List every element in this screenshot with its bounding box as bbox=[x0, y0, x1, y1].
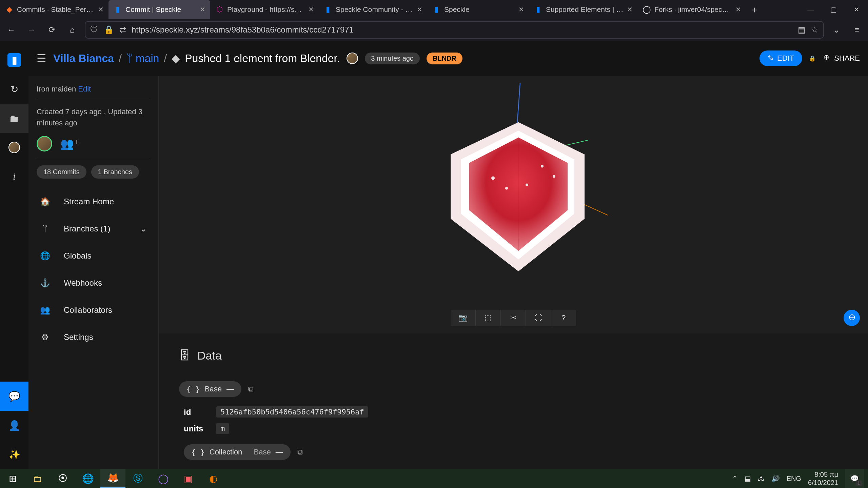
browser-tab[interactable]: ▮Speckle✕ bbox=[427, 0, 529, 19]
commits-chip[interactable]: 18 Commits bbox=[37, 165, 86, 179]
nav-stream-home[interactable]: 🏠Stream Home bbox=[37, 188, 150, 215]
section-button[interactable]: ✂ bbox=[501, 310, 526, 326]
close-window-button[interactable]: ✕ bbox=[845, 5, 868, 14]
breadcrumb-branch[interactable]: ᛘmain bbox=[126, 52, 159, 65]
collection-pill[interactable]: { }Collection Base— bbox=[184, 444, 291, 460]
volume-icon[interactable]: 🔊 bbox=[771, 474, 780, 483]
lock-icon[interactable]: 🔒 bbox=[809, 55, 816, 62]
taskbar-explorer[interactable]: 🗀 bbox=[25, 469, 50, 488]
bookmark-icon[interactable]: ☆ bbox=[811, 25, 818, 35]
share-fab[interactable]: ᪠ bbox=[844, 310, 860, 326]
network-icon[interactable]: 🖧 bbox=[758, 475, 765, 483]
close-icon[interactable]: ✕ bbox=[200, 5, 205, 14]
open-external-button[interactable]: ⧉ bbox=[297, 448, 303, 456]
reader-icon[interactable]: ▤ bbox=[798, 25, 806, 35]
url-bar[interactable]: 🛡 🔒 ⇄ https://speckle.xyz/streams/98fa53… bbox=[85, 21, 824, 39]
collection-label: Collection bbox=[210, 448, 242, 456]
3d-viewer[interactable]: 📷 ⬚ ✂ ⛶ ? ᪠ bbox=[159, 76, 868, 333]
browser-tab[interactable]: ▮Speckle Community - Where✕ bbox=[319, 0, 427, 19]
close-icon[interactable]: ✕ bbox=[98, 5, 104, 14]
tab-title: Supported Elements | Speckl bbox=[546, 5, 624, 14]
edit-description-link[interactable]: Edit bbox=[78, 85, 91, 93]
rail-feedback[interactable]: 💬 bbox=[0, 382, 28, 411]
home-button[interactable]: ⌂ bbox=[64, 22, 80, 38]
fullscreen-button[interactable]: ⛶ bbox=[526, 310, 551, 326]
language-indicator[interactable]: ENG bbox=[787, 475, 801, 483]
maximize-button[interactable]: ▢ bbox=[822, 5, 845, 14]
reload-button[interactable]: ⟳ bbox=[44, 22, 60, 38]
close-icon[interactable]: ✕ bbox=[417, 5, 422, 14]
taskbar-clock[interactable]: 8:05 πμ6/10/2021 bbox=[808, 470, 838, 487]
tray-chevron-icon[interactable]: ⌃ bbox=[732, 474, 738, 483]
permissions-icon[interactable]: ⇄ bbox=[119, 25, 126, 35]
section-icon: ✂ bbox=[510, 313, 516, 322]
nav-branches[interactable]: ᛘBranches (1)⌄ bbox=[37, 215, 150, 242]
rail-streams[interactable]: 🖿 bbox=[0, 104, 28, 133]
branches-chip[interactable]: 1 Branches bbox=[91, 165, 139, 179]
dropbox-icon[interactable]: ⬓ bbox=[745, 474, 751, 483]
lock-icon[interactable]: 🔒 bbox=[104, 25, 114, 35]
forward-button[interactable]: → bbox=[24, 22, 39, 38]
screenshot-button[interactable]: 📷 bbox=[451, 310, 476, 326]
pocket-icon[interactable]: ⌄ bbox=[829, 22, 844, 38]
author-avatar[interactable] bbox=[347, 53, 358, 64]
close-icon[interactable]: ✕ bbox=[735, 5, 741, 14]
rail-users[interactable]: 👤 bbox=[0, 411, 28, 440]
nav-settings[interactable]: ⚙Settings bbox=[37, 324, 150, 351]
nav-webhooks[interactable]: ⚓Webhooks bbox=[37, 269, 150, 297]
taskbar-rider[interactable]: ▣ bbox=[176, 469, 201, 488]
menu-button[interactable]: ≡ bbox=[849, 22, 865, 38]
notification-badge: 1 bbox=[856, 481, 862, 486]
taskbar-blender[interactable]: ◐ bbox=[201, 469, 226, 488]
taskbar-unreal[interactable]: ⦿ bbox=[50, 469, 75, 488]
taskbar-skype[interactable]: Ⓢ bbox=[125, 469, 151, 488]
browser-tab[interactable]: ⬡Playground - https://speckle.✕ bbox=[210, 0, 319, 19]
taskbar-chrome[interactable]: 🌐 bbox=[75, 469, 100, 488]
collapse-icon: — bbox=[226, 385, 234, 393]
close-icon[interactable]: ✕ bbox=[308, 5, 314, 14]
taskbar-firefox[interactable]: 🦊 bbox=[100, 469, 125, 488]
sparkle-icon: ✨ bbox=[8, 449, 20, 460]
prop-key: units bbox=[184, 424, 208, 433]
close-icon[interactable]: ✕ bbox=[627, 5, 633, 14]
rail-activity[interactable]: ↻ bbox=[0, 75, 28, 104]
prop-id: id5126afb50b5d5406a56c476f9f9956af bbox=[184, 406, 848, 418]
rail-info[interactable]: i bbox=[0, 162, 28, 191]
browser-tab[interactable]: ▮Supported Elements | Speckl✕ bbox=[529, 0, 637, 19]
user-remove-icon: 👤 bbox=[8, 420, 20, 431]
view-mode-button[interactable]: ⬚ bbox=[476, 310, 501, 326]
help-button[interactable]: ? bbox=[551, 310, 576, 326]
breadcrumb-project[interactable]: Villa Bianca bbox=[53, 52, 114, 65]
nav-label: Webhooks bbox=[64, 278, 102, 288]
stream-stats: 18 Commits 1 Branches bbox=[37, 165, 150, 179]
open-external-button[interactable]: ⧉ bbox=[248, 385, 254, 393]
rail-profile[interactable] bbox=[0, 133, 28, 162]
start-button[interactable]: ⊞ bbox=[0, 469, 25, 488]
browser-tab-active[interactable]: ▮Commit | Speckle✕ bbox=[108, 0, 210, 19]
share-button[interactable]: ᪠SHARE bbox=[823, 54, 860, 63]
rail-logo[interactable]: ▮ bbox=[0, 45, 28, 75]
rail-extras[interactable]: ✨ bbox=[0, 440, 28, 469]
browser-tab[interactable]: ◯Forks · jimver04/speckle-unre✕ bbox=[637, 0, 746, 19]
browser-tab[interactable]: ◆Commits · Stable_PersonalSp✕ bbox=[0, 0, 108, 19]
base-pill[interactable]: { }Base— bbox=[179, 381, 241, 397]
shield-icon[interactable]: 🛡 bbox=[90, 25, 98, 35]
add-collaborator-button[interactable]: 👥⁺ bbox=[60, 137, 80, 150]
new-tab-button[interactable]: ＋ bbox=[746, 0, 763, 19]
time-chip: 3 minutes ago bbox=[365, 53, 420, 64]
svg-point-9 bbox=[541, 165, 544, 168]
notifications-button[interactable]: 💬1 bbox=[845, 469, 864, 488]
menu-icon[interactable]: ☰ bbox=[37, 52, 46, 65]
nav-globals[interactable]: 🌐Globals bbox=[37, 242, 150, 269]
back-button[interactable]: ← bbox=[3, 22, 19, 38]
svg-point-6 bbox=[491, 177, 495, 180]
minimize-button[interactable]: — bbox=[799, 6, 822, 14]
edit-button[interactable]: ✎EDIT bbox=[760, 50, 802, 66]
nav-collaborators[interactable]: 👥Collaborators bbox=[37, 297, 150, 324]
taskbar-github[interactable]: ◯ bbox=[151, 469, 176, 488]
window-controls: — ▢ ✕ bbox=[799, 0, 868, 19]
breadcrumb-sep: / bbox=[164, 52, 167, 65]
pencil-icon: ✎ bbox=[768, 54, 774, 63]
close-icon[interactable]: ✕ bbox=[518, 5, 524, 14]
collaborator-avatar[interactable] bbox=[37, 136, 52, 151]
